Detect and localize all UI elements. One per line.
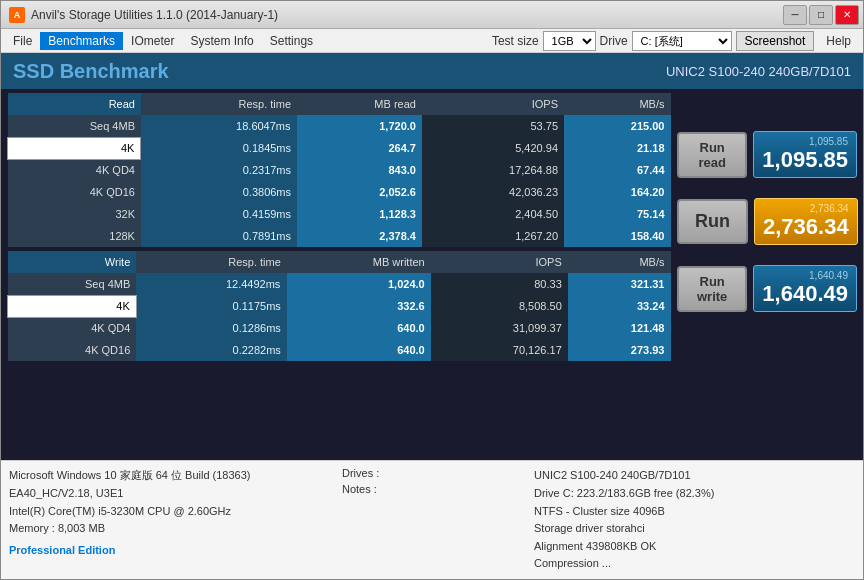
wmbwritten-col-header: MB written — [287, 251, 431, 273]
run-row: Run 2,736.34 2,736.34 — [677, 198, 857, 245]
write-score-big: 1,640.49 — [762, 281, 848, 307]
row-resp: 0.4159ms — [141, 203, 297, 225]
benchmark-device: UNIC2 S100-240 240GB/7D101 — [666, 64, 851, 79]
row-mb: 843.0 — [297, 159, 422, 181]
row-mbs: 67.44 — [564, 159, 670, 181]
row-mbs: 164.20 — [564, 181, 670, 203]
row-mb: 332.6 — [287, 295, 431, 317]
menu-iometer[interactable]: IOmeter — [123, 32, 182, 50]
write-score-small: 1,640.49 — [762, 270, 848, 281]
table-row: Seq 4MB 12.4492ms 1,024.0 80.33 321.31 — [8, 273, 671, 295]
row-mbs: 121.48 — [568, 317, 671, 339]
title-bar-text: Anvil's Storage Utilities 1.1.0 (2014-Ja… — [31, 8, 278, 22]
run-read-row: Run read 1,095.85 1,095.85 — [677, 131, 857, 178]
total-score-small: 2,736.34 — [763, 203, 849, 214]
notes-label: Notes : — [342, 483, 522, 495]
write-score-box: 1,640.49 1,640.49 — [753, 265, 857, 312]
wiops-col-header: IOPS — [431, 251, 568, 273]
row-label: 32K — [8, 203, 141, 225]
footer-compression: Compression ... — [534, 555, 855, 573]
wresp-col-header: Resp. time — [136, 251, 287, 273]
read-score-box: 1,095.85 1,095.85 — [753, 131, 857, 178]
screenshot-button[interactable]: Screenshot — [736, 31, 815, 51]
row-label: Seq 4MB — [8, 115, 141, 137]
row-label: 4K QD4 — [8, 317, 137, 339]
row-mbs: 158.40 — [564, 225, 670, 247]
write-header-row: Write Resp. time MB written IOPS MB/s — [8, 251, 671, 273]
table-row: 4K QD16 0.2282ms 640.0 70,126.17 273.93 — [8, 339, 671, 361]
row-mb: 264.7 — [297, 137, 422, 159]
footer-right: UNIC2 S100-240 240GB/7D101 Drive C: 223.… — [534, 467, 855, 573]
side-panel: Run read 1,095.85 1,095.85 Run 2,736.34 … — [677, 93, 857, 456]
row-resp: 18.6047ms — [141, 115, 297, 137]
row-resp: 0.7891ms — [141, 225, 297, 247]
row-label: 4K — [8, 137, 141, 159]
row-iops: 53.75 — [422, 115, 564, 137]
row-resp: 12.4492ms — [136, 273, 287, 295]
footer-memory: Memory : 8,003 MB — [9, 520, 330, 538]
run-read-button[interactable]: Run read — [677, 132, 747, 178]
row-resp: 0.3806ms — [141, 181, 297, 203]
wmbs-col-header: MB/s — [568, 251, 671, 273]
testsize-select[interactable]: 1GB — [543, 31, 596, 51]
drive-select[interactable]: C: [系统] — [632, 31, 732, 51]
menu-file[interactable]: File — [5, 32, 40, 50]
row-label: 128K — [8, 225, 141, 247]
run-write-button[interactable]: Run write — [677, 266, 747, 312]
menu-settings[interactable]: Settings — [262, 32, 321, 50]
menu-benchmarks[interactable]: Benchmarks — [40, 32, 123, 50]
row-iops: 5,420.94 — [422, 137, 564, 159]
iops-col-header: IOPS — [422, 93, 564, 115]
row-mb: 2,378.4 — [297, 225, 422, 247]
footer-left: Microsoft Windows 10 家庭版 64 位 Build (183… — [9, 467, 330, 573]
footer: Microsoft Windows 10 家庭版 64 位 Build (183… — [1, 460, 863, 579]
menu-help[interactable]: Help — [818, 32, 859, 50]
row-mb: 1,024.0 — [287, 273, 431, 295]
minimize-button[interactable]: ─ — [783, 5, 807, 25]
table-area: Read Resp. time MB read IOPS MB/s Seq 4M… — [7, 93, 671, 456]
table-row: Seq 4MB 18.6047ms 1,720.0 53.75 215.00 — [8, 115, 671, 137]
table-row: 4K 0.1175ms 332.6 8,508.50 33.24 — [8, 295, 671, 317]
row-iops: 80.33 — [431, 273, 568, 295]
footer-device: UNIC2 S100-240 240GB/7D101 — [534, 467, 855, 485]
row-mbs: 21.18 — [564, 137, 670, 159]
drives-label: Drives : — [342, 467, 522, 479]
benchmark-body: Read Resp. time MB read IOPS MB/s Seq 4M… — [1, 89, 863, 460]
footer-edition: Professional Edition — [9, 542, 330, 560]
table-row: 32K 0.4159ms 1,128.3 2,404.50 75.14 — [8, 203, 671, 225]
row-iops: 1,267.20 — [422, 225, 564, 247]
row-label: 4K — [8, 295, 137, 317]
row-label: Seq 4MB — [8, 273, 137, 295]
menu-right: Test size 1GB Drive C: [系统] Screenshot H… — [492, 31, 859, 51]
app-window: A Anvil's Storage Utilities 1.1.0 (2014-… — [0, 0, 864, 580]
maximize-button[interactable]: □ — [809, 5, 833, 25]
testsize-label: Test size — [492, 34, 539, 48]
table-row: 128K 0.7891ms 2,378.4 1,267.20 158.40 — [8, 225, 671, 247]
resp-col-header: Resp. time — [141, 93, 297, 115]
footer-firmware: EA40_HC/V2.18, U3E1 — [9, 485, 330, 503]
row-mbs: 273.93 — [568, 339, 671, 361]
close-button[interactable]: ✕ — [835, 5, 859, 25]
row-mb: 640.0 — [287, 339, 431, 361]
mbs-col-header: MB/s — [564, 93, 670, 115]
row-iops: 17,264.88 — [422, 159, 564, 181]
row-mbs: 321.31 — [568, 273, 671, 295]
row-resp: 0.2317ms — [141, 159, 297, 181]
read-score-big: 1,095.85 — [762, 147, 848, 173]
row-resp: 0.1286ms — [136, 317, 287, 339]
row-resp: 0.2282ms — [136, 339, 287, 361]
row-mbs: 33.24 — [568, 295, 671, 317]
read-table: Read Resp. time MB read IOPS MB/s Seq 4M… — [7, 93, 671, 247]
footer-middle: Drives : Notes : — [342, 467, 522, 573]
footer-alignment: Alignment 439808KB OK — [534, 538, 855, 556]
run-button[interactable]: Run — [677, 199, 748, 244]
row-label: 4K QD16 — [8, 339, 137, 361]
row-iops: 70,126.17 — [431, 339, 568, 361]
benchmark-title: SSD Benchmark — [13, 60, 169, 83]
table-row: 4K QD4 0.1286ms 640.0 31,099.37 121.48 — [8, 317, 671, 339]
row-mb: 1,720.0 — [297, 115, 422, 137]
table-row: 4K QD16 0.3806ms 2,052.6 42,036.23 164.2… — [8, 181, 671, 203]
menu-system-info[interactable]: System Info — [182, 32, 261, 50]
table-row: 4K QD4 0.2317ms 843.0 17,264.88 67.44 — [8, 159, 671, 181]
row-iops: 31,099.37 — [431, 317, 568, 339]
